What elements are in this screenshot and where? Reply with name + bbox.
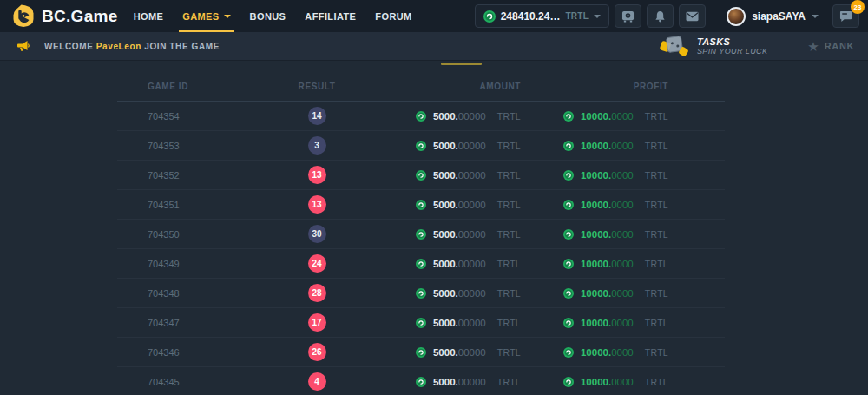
- profit-currency: TRTL: [645, 111, 668, 122]
- amount-whole: 5000.: [433, 229, 458, 240]
- profit-currency: TRTL: [645, 259, 668, 269]
- table-row[interactable]: 704349 24 5000.00000 TRTL: [117, 249, 725, 279]
- trtl-coin-icon: [416, 259, 426, 269]
- profit-whole: 10000.: [581, 259, 611, 269]
- nav-bonus[interactable]: BONUS: [250, 0, 286, 32]
- notifications-button[interactable]: [647, 4, 674, 28]
- table-row[interactable]: 704351 13 5000.00000 TRTL: [117, 190, 725, 220]
- profit-whole: 10000.: [581, 141, 611, 151]
- chat-icon: [839, 10, 852, 23]
- game-id: 704346: [117, 347, 256, 358]
- amount-whole: 5000.: [433, 200, 458, 210]
- result-badge: 3: [308, 136, 326, 155]
- trtl-coin-icon: [563, 141, 574, 151]
- amount-currency: TRTL: [497, 111, 521, 122]
- profit-whole: 10000.: [581, 229, 611, 240]
- tasks-subtitle: SPIN YOUR LUCK: [697, 47, 767, 56]
- game-id: 704347: [117, 318, 256, 328]
- amount-currency: TRTL: [497, 347, 521, 358]
- amount-currency: TRTL: [497, 229, 521, 240]
- nav-games[interactable]: GAMES: [182, 0, 230, 32]
- rank-widget[interactable]: ★ RANK: [807, 40, 858, 53]
- result-badge: 14: [308, 107, 326, 125]
- amount-fraction: 00000: [458, 141, 486, 151]
- amount-fraction: 00000: [458, 377, 486, 387]
- profit-whole: 10000.: [581, 170, 611, 181]
- bcgame-logo[interactable]: BC.Game: [12, 4, 118, 28]
- nav-forum[interactable]: FORUM: [375, 0, 411, 32]
- vault-button[interactable]: [615, 4, 641, 28]
- avatar: [727, 7, 746, 26]
- trtl-coin-icon: [563, 318, 574, 328]
- announcement: WELCOME PaveLeon JOIN THE GAME: [16, 40, 220, 53]
- table-header-row: GAME ID RESULT AMOUNT PROFIT: [117, 72, 725, 102]
- amount-whole: 5000.: [433, 318, 458, 328]
- game-id: 704354: [117, 111, 256, 122]
- nav-home[interactable]: HOME: [134, 0, 164, 32]
- amount-currency: TRTL: [497, 170, 521, 181]
- trtl-coin-icon: [563, 229, 574, 240]
- amount-fraction: 00000: [458, 170, 486, 181]
- user-menu[interactable]: siapaSAYA: [727, 7, 819, 26]
- announcement-bar: WELCOME PaveLeon JOIN THE GAME TASKS SPI…: [0, 32, 868, 61]
- profit-fraction: 0000: [611, 259, 634, 269]
- dice-icon: [661, 35, 690, 57]
- active-tab-indicator: [441, 63, 482, 65]
- profit-currency: TRTL: [645, 347, 668, 358]
- profit-fraction: 0000: [611, 347, 634, 358]
- trtl-coin-icon: [416, 229, 426, 240]
- username: siapaSAYA: [752, 10, 806, 23]
- result-badge: 13: [308, 195, 326, 214]
- table-row[interactable]: 704352 13 5000.00000 TRTL: [117, 161, 725, 190]
- chat-toggle-button[interactable]: 23: [832, 4, 859, 28]
- messages-button[interactable]: [679, 4, 706, 28]
- announcement-text: WELCOME PaveLeon JOIN THE GAME: [44, 42, 220, 51]
- subbar-right: TASKS SPIN YOUR LUCK ★ RANK: [661, 35, 858, 57]
- tasks-widget[interactable]: TASKS SPIN YOUR LUCK: [661, 35, 767, 57]
- game-id: 704353: [117, 141, 256, 151]
- profit-fraction: 0000: [611, 200, 634, 210]
- table-row[interactable]: 704354 14 5000.00000 TRTL: [117, 102, 725, 131]
- profit-whole: 10000.: [581, 200, 611, 210]
- amount-fraction: 00000: [458, 347, 486, 358]
- profit-currency: TRTL: [645, 170, 668, 181]
- profit-currency: TRTL: [645, 229, 668, 240]
- chevron-down-icon: [812, 15, 819, 18]
- profit-fraction: 0000: [611, 288, 634, 299]
- trtl-coin-icon: [416, 170, 426, 181]
- col-profit: PROFIT: [634, 82, 725, 91]
- trtl-coin-icon: [416, 111, 426, 122]
- trtl-coin-icon: [483, 10, 496, 23]
- bell-icon: [654, 10, 666, 23]
- star-icon: ★: [807, 40, 819, 53]
- table-row[interactable]: 704348 28 5000.00000 TRTL: [117, 279, 725, 308]
- tasks-title: TASKS: [697, 36, 767, 48]
- amount-whole: 5000.: [433, 259, 458, 269]
- top-header-bar: BC.Game HOME GAMES BONUS AFFILIATE FORUM…: [0, 0, 868, 32]
- table-row[interactable]: 704350 30 5000.00000 TRTL: [117, 220, 725, 249]
- amount-currency: TRTL: [497, 200, 521, 210]
- game-id: 704349: [117, 259, 256, 269]
- chevron-down-icon: [224, 15, 231, 18]
- nav-affiliate[interactable]: AFFILIATE: [305, 0, 356, 32]
- profit-currency: TRTL: [645, 318, 668, 328]
- table-row[interactable]: 704347 17 5000.00000 TRTL: [117, 308, 725, 338]
- trtl-coin-icon: [416, 318, 426, 328]
- trtl-coin-icon: [416, 141, 426, 151]
- mail-icon: [686, 11, 699, 22]
- table-row[interactable]: 704346 26 5000.00000 TRTL: [117, 338, 725, 367]
- balance-amount: 248410.24…: [501, 10, 561, 23]
- profit-whole: 10000.: [581, 111, 611, 122]
- profit-currency: TRTL: [645, 141, 668, 151]
- result-badge: 30: [308, 225, 326, 243]
- amount-currency: TRTL: [497, 141, 521, 151]
- profit-fraction: 0000: [611, 229, 634, 240]
- trtl-coin-icon: [563, 347, 574, 358]
- table-body: 704354 14 5000.00000 TRTL: [117, 102, 725, 395]
- amount-currency: TRTL: [497, 377, 521, 387]
- table-row[interactable]: 704345 4 5000.00000 TRTL: [117, 367, 725, 395]
- balance-currency: TRTL: [565, 11, 589, 21]
- bets-table: GAME ID RESULT AMOUNT PROFIT 704354 14 5…: [117, 72, 725, 395]
- balance-selector[interactable]: 248410.24… TRTL: [475, 4, 609, 28]
- table-row[interactable]: 704353 3 5000.00000 TRTL: [117, 131, 725, 161]
